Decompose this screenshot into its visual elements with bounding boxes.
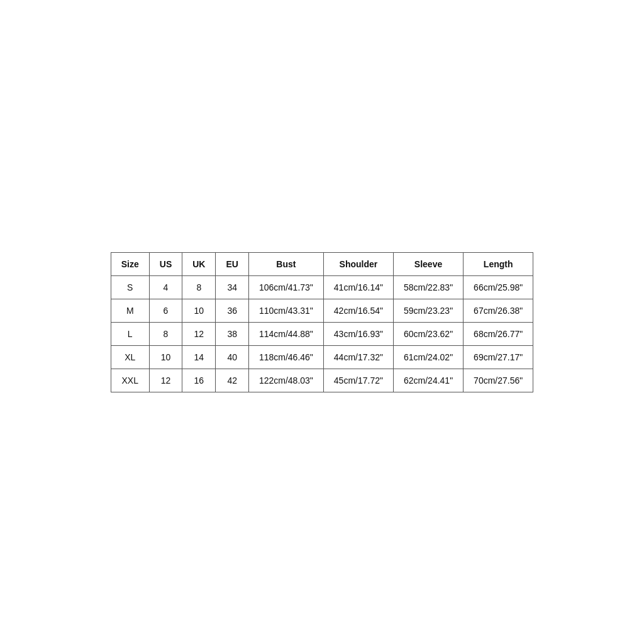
- cell-size: XL: [111, 345, 149, 369]
- cell-sleeve: 61cm/24.02": [393, 345, 463, 369]
- cell-size: XXL: [111, 369, 149, 392]
- col-header-shoulder: Shoulder: [323, 252, 393, 275]
- size-chart-wrapper: Size US UK EU Bust Shoulder Sleeve Lengt…: [0, 240, 644, 405]
- col-header-size: Size: [111, 252, 149, 275]
- cell-uk: 8: [182, 275, 216, 299]
- cell-uk: 12: [182, 322, 216, 345]
- cell-length: 69cm/27.17": [464, 345, 533, 369]
- cell-length: 67cm/26.38": [464, 299, 533, 322]
- cell-size: M: [111, 299, 149, 322]
- cell-eu: 34: [216, 275, 248, 299]
- cell-us: 12: [149, 369, 182, 392]
- cell-sleeve: 60cm/23.62": [393, 322, 463, 345]
- cell-sleeve: 62cm/24.41": [393, 369, 463, 392]
- cell-us: 6: [149, 299, 182, 322]
- col-header-uk: UK: [182, 252, 216, 275]
- col-header-length: Length: [464, 252, 533, 275]
- cell-bust: 106cm/41.73": [248, 275, 323, 299]
- cell-length: 70cm/27.56": [464, 369, 533, 392]
- cell-bust: 118cm/46.46": [248, 345, 323, 369]
- cell-eu: 38: [216, 322, 248, 345]
- cell-bust: 114cm/44.88": [248, 322, 323, 345]
- cell-eu: 40: [216, 345, 248, 369]
- cell-eu: 36: [216, 299, 248, 322]
- cell-eu: 42: [216, 369, 248, 392]
- table-row: L81238114cm/44.88"43cm/16.93"60cm/23.62"…: [111, 322, 533, 345]
- cell-uk: 14: [182, 345, 216, 369]
- table-row: XXL121642122cm/48.03"45cm/17.72"62cm/24.…: [111, 369, 533, 392]
- cell-uk: 16: [182, 369, 216, 392]
- cell-sleeve: 59cm/23.23": [393, 299, 463, 322]
- cell-shoulder: 44cm/17.32": [323, 345, 393, 369]
- cell-shoulder: 43cm/16.93": [323, 322, 393, 345]
- size-chart-table: Size US UK EU Bust Shoulder Sleeve Lengt…: [111, 252, 534, 392]
- cell-us: 8: [149, 322, 182, 345]
- col-header-bust: Bust: [248, 252, 323, 275]
- cell-us: 10: [149, 345, 182, 369]
- table-row: M61036110cm/43.31"42cm/16.54"59cm/23.23"…: [111, 299, 533, 322]
- cell-shoulder: 45cm/17.72": [323, 369, 393, 392]
- cell-length: 66cm/25.98": [464, 275, 533, 299]
- table-row: XL101440118cm/46.46"44cm/17.32"61cm/24.0…: [111, 345, 533, 369]
- table-header-row: Size US UK EU Bust Shoulder Sleeve Lengt…: [111, 252, 533, 275]
- cell-uk: 10: [182, 299, 216, 322]
- cell-bust: 122cm/48.03": [248, 369, 323, 392]
- col-header-us: US: [149, 252, 182, 275]
- col-header-sleeve: Sleeve: [393, 252, 463, 275]
- cell-length: 68cm/26.77": [464, 322, 533, 345]
- cell-shoulder: 41cm/16.14": [323, 275, 393, 299]
- cell-shoulder: 42cm/16.54": [323, 299, 393, 322]
- cell-bust: 110cm/43.31": [248, 299, 323, 322]
- table-row: S4834106cm/41.73"41cm/16.14"58cm/22.83"6…: [111, 275, 533, 299]
- cell-size: S: [111, 275, 149, 299]
- cell-sleeve: 58cm/22.83": [393, 275, 463, 299]
- cell-us: 4: [149, 275, 182, 299]
- col-header-eu: EU: [216, 252, 248, 275]
- cell-size: L: [111, 322, 149, 345]
